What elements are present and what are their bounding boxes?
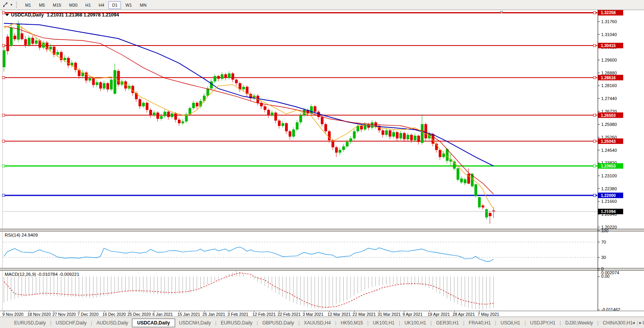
level-anchor[interactable] bbox=[593, 77, 596, 79]
tab-separator: | bbox=[215, 320, 216, 326]
candle bbox=[478, 197, 481, 207]
candle bbox=[181, 122, 184, 124]
chart-tools-icon[interactable] bbox=[2, 1, 9, 8]
tab-separator: | bbox=[91, 320, 92, 326]
level-anchor[interactable] bbox=[2, 165, 5, 167]
chart-tab[interactable]: EURUSD,Daily bbox=[217, 319, 256, 327]
date-tick-label: 7 May 2021 bbox=[478, 312, 499, 317]
candle bbox=[349, 138, 352, 142]
level-anchor[interactable] bbox=[593, 194, 596, 197]
chart-tab[interactable]: UK100,H1 bbox=[401, 319, 430, 327]
candle bbox=[110, 80, 113, 89]
candle bbox=[228, 73, 231, 78]
price-tick-label: 1.25980 bbox=[601, 122, 617, 127]
timeframe-button-h4[interactable]: H4 bbox=[95, 1, 108, 9]
level-anchor[interactable] bbox=[593, 140, 596, 142]
price-chart-area[interactable]: 1.21094 1.317601.310401.303201.296001.28… bbox=[0, 9, 644, 311]
timeframe-button-m1[interactable]: M1 bbox=[22, 1, 35, 9]
chart-tab[interactable]: USDCHF,Daily bbox=[52, 319, 91, 327]
candle bbox=[10, 27, 13, 46]
candle bbox=[360, 126, 363, 129]
rsi-separator[interactable] bbox=[0, 229, 644, 231]
tab-scroll-right-icon[interactable]: ► bbox=[639, 321, 642, 325]
candle bbox=[24, 39, 27, 45]
level-anchor[interactable] bbox=[593, 11, 596, 14]
candle bbox=[382, 130, 384, 135]
date-tick-label: 16 Dec 2020 bbox=[102, 312, 126, 317]
timeframe-toolbar: ▼ M1M5M15M30H1H4D1W1MN bbox=[0, 0, 644, 10]
candle bbox=[410, 135, 413, 140]
timeframe-button-m5[interactable]: M5 bbox=[35, 1, 48, 9]
chart-tab[interactable]: CHINA300,H1 bbox=[599, 319, 637, 327]
chart-tab[interactable]: DJ30,Weekly bbox=[561, 319, 596, 327]
price-tick-label: 1.22380 bbox=[601, 186, 617, 191]
chart-tab[interactable]: GER30,H1 bbox=[432, 319, 463, 327]
level-anchor[interactable] bbox=[2, 140, 5, 142]
candle bbox=[88, 78, 91, 80]
timeframe-button-w1[interactable]: W1 bbox=[122, 1, 135, 9]
level-price-badge-label: 1.22000 bbox=[601, 193, 616, 198]
tab-scroll-left-icon[interactable]: ◄ bbox=[631, 321, 635, 325]
candle bbox=[403, 133, 406, 139]
chart-background bbox=[0, 9, 644, 311]
candle bbox=[310, 106, 313, 113]
candle bbox=[178, 120, 181, 123]
level-anchor[interactable] bbox=[2, 194, 5, 197]
chart-tab[interactable]: XAUUSD,H4 bbox=[300, 319, 335, 327]
tab-separator: | bbox=[495, 320, 496, 326]
level-price-badge-label: 1.30415 bbox=[601, 43, 616, 48]
level-anchor[interactable] bbox=[2, 11, 5, 14]
rsi-tick-label: 30 bbox=[601, 255, 606, 260]
chart-tab[interactable]: GBPUSD,Daily bbox=[258, 319, 298, 327]
candle bbox=[106, 83, 109, 89]
candle bbox=[171, 113, 174, 117]
date-tick-label: 12 Feb 2021 bbox=[252, 312, 276, 317]
timeframe-button-mn[interactable]: MN bbox=[136, 1, 150, 9]
tab-scroll-buttons: ◄ ► bbox=[631, 321, 642, 325]
date-axis[interactable]: 9 Nov 202018 Nov 202027 Nov 20207 Dec 20… bbox=[0, 311, 644, 317]
candle bbox=[196, 103, 198, 106]
candle bbox=[263, 106, 266, 110]
chart-tab[interactable]: USDCAD,Daily bbox=[132, 319, 175, 327]
toolbar-grip[interactable] bbox=[16, 2, 19, 8]
level-anchor[interactable] bbox=[2, 114, 5, 117]
candle bbox=[474, 184, 477, 196]
price-tick-label: 1.28160 bbox=[601, 83, 617, 88]
tab-separator: | bbox=[597, 320, 598, 326]
chevron-down-icon[interactable]: ▼ bbox=[10, 3, 13, 7]
candle bbox=[267, 110, 270, 115]
timeframe-button-d1[interactable]: D1 bbox=[108, 1, 121, 9]
timeframe-button-m30[interactable]: M30 bbox=[66, 1, 81, 9]
chart-tab[interactable]: AUDUSD,Daily bbox=[93, 319, 132, 327]
chart-tab[interactable]: EURUSD,Daily bbox=[10, 319, 50, 327]
candle bbox=[417, 136, 420, 142]
candle bbox=[92, 78, 95, 85]
chart-tab[interactable]: FRA40,H1 bbox=[465, 319, 495, 327]
date-tick-label: 3 Mar 2021 bbox=[302, 312, 323, 317]
candle bbox=[414, 136, 417, 140]
macd-label: MACD(12,26,9) -0.010784 -0.009221 bbox=[5, 272, 79, 277]
level-anchor[interactable] bbox=[2, 44, 5, 47]
level-anchor[interactable] bbox=[593, 44, 596, 47]
candle bbox=[99, 82, 102, 89]
tab-separator: | bbox=[525, 320, 526, 326]
macd-separator[interactable] bbox=[0, 268, 644, 271]
candle bbox=[221, 74, 223, 78]
chart-tab[interactable]: USDCNH,Daily bbox=[175, 319, 215, 327]
chart-tab[interactable]: USOil,H1 bbox=[497, 319, 524, 327]
candle bbox=[481, 206, 484, 208]
timeframe-button-m15[interactable]: M15 bbox=[49, 1, 64, 9]
candle bbox=[274, 113, 277, 120]
price-tick-label: 1.20940 bbox=[601, 212, 617, 217]
chart-tab[interactable]: HK50,M15 bbox=[337, 319, 367, 327]
candle bbox=[453, 162, 456, 169]
chart-tab[interactable]: UK100,H1 bbox=[369, 319, 398, 327]
candle bbox=[282, 123, 284, 126]
level-anchor[interactable] bbox=[593, 114, 596, 117]
tab-separator: | bbox=[50, 320, 51, 326]
level-anchor[interactable] bbox=[593, 165, 596, 167]
timeframe-button-h1[interactable]: H1 bbox=[82, 1, 94, 9]
chart-tab[interactable]: USDJPY,H1 bbox=[526, 319, 559, 327]
level-anchor[interactable] bbox=[2, 77, 5, 79]
rsi-tick-label: 70 bbox=[601, 240, 606, 244]
